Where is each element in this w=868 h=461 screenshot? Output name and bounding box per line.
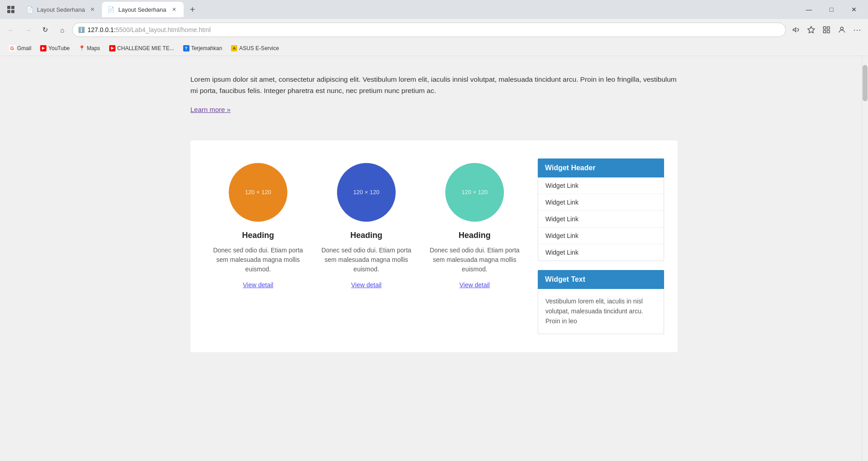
read-aloud-button[interactable] — [789, 23, 803, 37]
svg-rect-0 — [7, 6, 10, 9]
cards-area: 120 × 120 Heading Donec sed odio dui. Et… — [204, 158, 529, 334]
svg-marker-4 — [808, 27, 815, 33]
svg-rect-6 — [827, 27, 830, 29]
card-2-text: Donec sed odio dui. Etiam porta sem male… — [321, 246, 411, 274]
card-1-circle: 120 × 120 — [229, 163, 287, 222]
bookmark-challenge[interactable]: ▶ CHALLENGE MIE TE... — [106, 43, 178, 53]
card-1-text: Donec sed odio dui. Etiam porta sem male… — [213, 246, 303, 274]
svg-rect-2 — [7, 10, 10, 13]
card-3: 120 × 120 Heading Donec sed odio dui. Et… — [420, 158, 529, 334]
bookmark-maps-label: Maps — [87, 45, 100, 51]
tab-layout-1[interactable]: 📄 Layout Sederhana ✕ — [21, 2, 102, 17]
bookmark-terjemahkan-label: Terjemahkan — [191, 45, 222, 51]
sidebar-widget: Widget Header Widget Link Widget Link Wi… — [538, 158, 664, 334]
card-2: 120 × 120 Heading Donec sed odio dui. Et… — [312, 158, 420, 334]
card-2-link[interactable]: View detail — [351, 281, 381, 289]
card-2-circle: 120 × 120 — [337, 163, 396, 222]
address-text: 127.0.0.1:5500/Lab4_layout.html/home.htm… — [88, 26, 780, 33]
forward-button[interactable]: → — [21, 23, 35, 37]
terjemahkan-icon: T — [183, 45, 189, 51]
bookmark-challenge-label: CHALLENGE MIE TE... — [117, 45, 174, 51]
address-bar[interactable]: ℹ️ 127.0.0.1:5500/Lab4_layout.html/home.… — [72, 23, 786, 37]
learn-more-link[interactable]: Learn more » — [190, 106, 231, 113]
widget-link-2[interactable]: Widget Link — [538, 194, 664, 211]
back-button[interactable]: ← — [4, 23, 18, 37]
tab-close-1[interactable]: ✕ — [88, 5, 97, 14]
svg-rect-5 — [823, 27, 826, 29]
intro-section: Lorem ipsum dolor sit amet, consectetur … — [190, 65, 678, 140]
widget-link-3[interactable]: Widget Link — [538, 211, 664, 228]
challenge-icon: ▶ — [109, 45, 115, 51]
maximize-button[interactable]: □ — [821, 0, 842, 19]
widget-link-5[interactable]: Widget Link — [538, 244, 664, 261]
content-wrapper: Lorem ipsum dolor sit amet, consectetur … — [172, 56, 696, 361]
widget-link-1[interactable]: Widget Link — [538, 177, 664, 194]
bookmark-asus-label: ASUS E-Service — [239, 45, 279, 51]
add-tab-button[interactable]: + — [185, 2, 200, 17]
scrollbar[interactable] — [862, 56, 868, 461]
asus-icon: A — [231, 45, 237, 51]
bookmark-asus[interactable]: A ASUS E-Service — [227, 43, 282, 53]
scrollbar-thumb[interactable] — [863, 65, 868, 101]
svg-point-9 — [840, 27, 843, 30]
card-3-link[interactable]: View detail — [459, 281, 489, 289]
browser-chrome: 📄 Layout Sederhana ✕ 📄 Layout Sederhana … — [0, 0, 868, 56]
main-section: 120 × 120 Heading Donec sed odio dui. Et… — [190, 140, 678, 352]
svg-rect-3 — [11, 10, 14, 13]
lock-icon: ℹ️ — [78, 27, 85, 33]
settings-button[interactable]: ⋯ — [850, 23, 864, 37]
bookmark-youtube[interactable]: ▶ YouTube — [37, 43, 73, 53]
tab-layout-2[interactable]: 📄 Layout Sederhana ✕ — [102, 2, 183, 17]
maps-icon: 📍 — [79, 45, 85, 51]
intro-text: Lorem ipsum dolor sit amet, consectetur … — [190, 74, 678, 97]
bookmark-gmail-label: Gmail — [17, 45, 31, 51]
widget-link-4[interactable]: Widget Link — [538, 228, 664, 244]
toolbar-icons: ⋯ — [789, 23, 864, 37]
svg-rect-1 — [11, 6, 14, 9]
favorites-button[interactable] — [804, 23, 818, 37]
bookmark-terjemahkan[interactable]: T Terjemahkan — [180, 43, 226, 53]
tab-label-1: Layout Sederhana — [37, 6, 85, 13]
bookmark-maps[interactable]: 📍 Maps — [75, 43, 104, 53]
card-3-text: Donec sed odio dui. Etiam porta sem male… — [429, 246, 520, 274]
bookmark-youtube-label: YouTube — [48, 45, 69, 51]
widget-header: Widget Header — [538, 158, 664, 177]
gmail-icon: G — [9, 45, 15, 51]
tab-doc-icon-1: 📄 — [26, 6, 33, 13]
tab-label-2: Layout Sederhana — [118, 6, 166, 13]
tab-bar: 📄 Layout Sederhana ✕ 📄 Layout Sederhana … — [0, 0, 868, 19]
tab-close-2[interactable]: ✕ — [170, 5, 178, 14]
tab-doc-icon-2: 📄 — [107, 6, 115, 13]
window-controls: — □ ✕ — [799, 0, 864, 19]
close-button[interactable]: ✕ — [844, 0, 864, 19]
card-2-heading: Heading — [350, 231, 382, 240]
svg-rect-8 — [827, 31, 830, 33]
youtube-icon: ▶ — [40, 45, 46, 51]
bookmarks-bar: G Gmail ▶ YouTube 📍 Maps ▶ CHALLENGE MIE… — [0, 41, 868, 56]
address-bar-row: ← → ↻ ⌂ ℹ️ 127.0.0.1:5500/Lab4_layout.ht… — [0, 19, 868, 41]
profile-button[interactable] — [835, 23, 849, 37]
collections-button[interactable] — [819, 23, 834, 37]
widget-text-body: Vestibulum lorem elit, iaculis in nisl v… — [538, 289, 664, 334]
card-1-heading: Heading — [242, 231, 274, 240]
card-1-link[interactable]: View detail — [243, 281, 273, 289]
home-button[interactable]: ⌂ — [55, 23, 69, 37]
minimize-button[interactable]: — — [799, 0, 819, 19]
widget-links-list: Widget Link Widget Link Widget Link Widg… — [538, 177, 664, 261]
bookmark-gmail[interactable]: G Gmail — [5, 43, 35, 53]
svg-rect-7 — [823, 31, 826, 33]
card-3-heading: Heading — [458, 231, 490, 240]
card-1: 120 × 120 Heading Donec sed odio dui. Et… — [204, 158, 312, 334]
refresh-button[interactable]: ↻ — [38, 23, 52, 37]
card-3-circle: 120 × 120 — [445, 163, 504, 222]
widget-text-header: Widget Text — [538, 270, 664, 289]
page-content: Lorem ipsum dolor sit amet, consectetur … — [0, 56, 868, 361]
browser-icon — [4, 2, 18, 17]
